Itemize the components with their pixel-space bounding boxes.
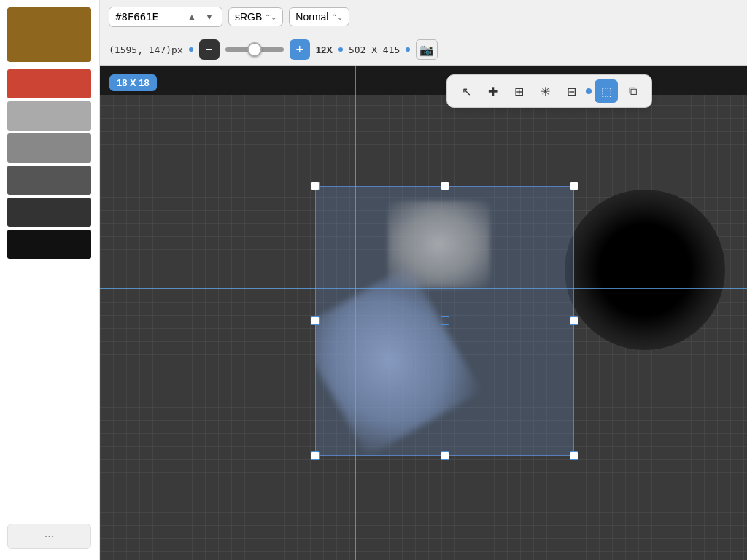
screenshot-button[interactable]: 📷 bbox=[416, 39, 438, 60]
color-palette bbox=[7, 69, 91, 262]
toolbar-row1: ▲ ▼ sRGB ⌃⌄ Normal ⌃⌄ bbox=[100, 0, 747, 34]
color-mode-label: sRGB bbox=[235, 11, 262, 23]
primary-color-swatch[interactable] bbox=[7, 7, 91, 62]
selection-handle-top-right[interactable] bbox=[570, 182, 578, 190]
zoom-minus-button[interactable]: − bbox=[199, 39, 220, 60]
coordinates-display: (1595, 147)px bbox=[109, 44, 183, 55]
color-mode-chevron: ⌃⌄ bbox=[265, 13, 276, 21]
hex-input[interactable] bbox=[115, 11, 181, 23]
squares-icon: ⊟ bbox=[567, 85, 576, 98]
blend-mode-chevron: ⌃⌄ bbox=[331, 13, 343, 21]
hex-input-container[interactable]: ▲ ▼ bbox=[109, 7, 222, 27]
tool-cursor-button[interactable]: ↖ bbox=[454, 79, 478, 103]
selection-handle-bottom-center[interactable] bbox=[441, 451, 449, 460]
selection-handle-top-center[interactable] bbox=[441, 182, 449, 190]
hex-stepper-up[interactable]: ▲ bbox=[185, 10, 198, 23]
snowflake-icon: ✳ bbox=[541, 85, 550, 98]
layers-icon: ⧉ bbox=[629, 85, 637, 98]
tools-toolbar: ↖ ✚ ⊞ ✳ ⊟ ⬚ ⧉ bbox=[446, 74, 652, 108]
tool-crosshair-button[interactable]: ✚ bbox=[481, 79, 504, 103]
tool-selection-button[interactable]: ⬚ bbox=[595, 79, 618, 103]
canvas-size-display: 502 X 415 bbox=[349, 44, 400, 55]
separator-dot2 bbox=[338, 47, 343, 52]
palette-swatch-black[interactable] bbox=[7, 230, 91, 259]
selection-handle-top-left[interactable] bbox=[311, 182, 320, 190]
tool-grid-button[interactable]: ⊞ bbox=[507, 79, 530, 103]
tool-snowflake-button[interactable]: ✳ bbox=[533, 79, 557, 103]
palette-swatch-gray1[interactable] bbox=[7, 101, 91, 131]
palette-swatch-red[interactable] bbox=[7, 69, 91, 98]
selection-size-label: 18 X 18 bbox=[117, 77, 150, 88]
selection-handle-center[interactable] bbox=[441, 316, 449, 325]
selection-rect-icon: ⬚ bbox=[601, 85, 612, 98]
selection-size-badge: 18 X 18 bbox=[109, 74, 157, 91]
selection-handle-middle-right[interactable] bbox=[570, 316, 578, 325]
palette-swatch-gray2[interactable] bbox=[7, 133, 91, 163]
plus-icon: ✚ bbox=[488, 85, 498, 98]
more-colors-button[interactable]: ··· bbox=[7, 524, 91, 549]
camera-icon: 📷 bbox=[419, 43, 434, 57]
zoom-plus-button[interactable]: + bbox=[290, 39, 310, 60]
selection-handle-bottom-right[interactable] bbox=[570, 451, 578, 460]
separator-dot1 bbox=[189, 47, 193, 52]
blend-mode-label: Normal bbox=[295, 11, 328, 23]
blend-mode-dropdown[interactable]: Normal ⌃⌄ bbox=[289, 7, 349, 26]
palette-swatch-gray3[interactable] bbox=[7, 166, 91, 195]
hex-stepper-down[interactable]: ▼ bbox=[203, 10, 216, 23]
selection-handle-middle-left[interactable] bbox=[311, 316, 320, 325]
selection-box[interactable] bbox=[315, 186, 574, 456]
bg-dark-blob bbox=[565, 190, 725, 350]
zoom-slider[interactable] bbox=[225, 47, 284, 52]
tool-squares-button[interactable]: ⊟ bbox=[560, 79, 583, 103]
tool-dot-separator bbox=[586, 88, 592, 94]
zoom-thumb bbox=[247, 42, 262, 57]
palette-swatch-gray4[interactable] bbox=[7, 198, 91, 227]
top-toolbar: ▲ ▼ sRGB ⌃⌄ Normal ⌃⌄ (1595, 147)px − + … bbox=[100, 0, 747, 66]
separator-dot3 bbox=[406, 47, 410, 52]
color-mode-dropdown[interactable]: sRGB ⌃⌄ bbox=[228, 7, 283, 26]
grid-icon: ⊞ bbox=[514, 85, 524, 98]
left-sidebar: ··· bbox=[0, 0, 100, 560]
selection-handle-bottom-left[interactable] bbox=[311, 451, 320, 460]
toolbar-row2: (1595, 147)px − + 12X 502 X 415 📷 bbox=[100, 34, 747, 66]
cursor-icon: ↖ bbox=[462, 85, 471, 98]
tool-layers-button[interactable]: ⧉ bbox=[621, 79, 644, 103]
zoom-level-display: 12X bbox=[316, 44, 333, 55]
